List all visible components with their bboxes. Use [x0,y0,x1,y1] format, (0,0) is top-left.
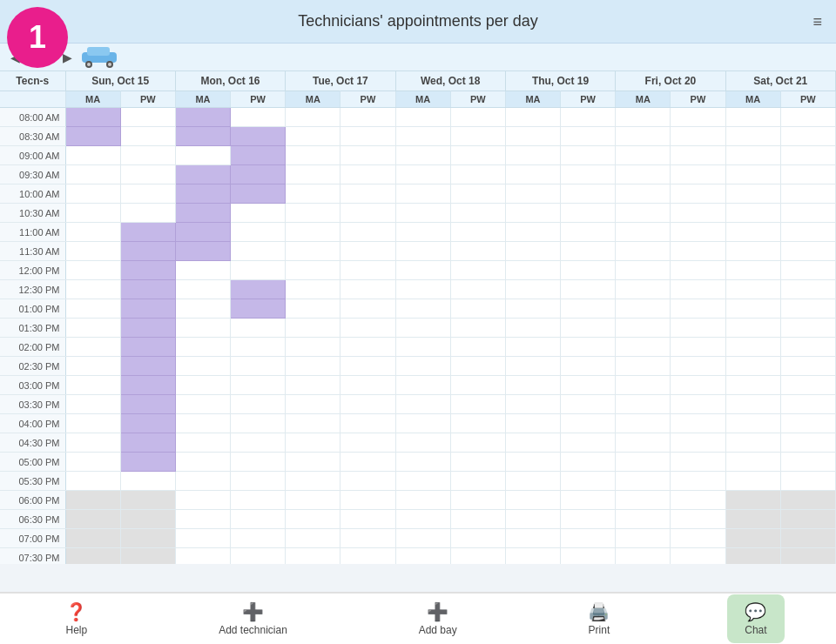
calendar-cell[interactable] [395,529,450,548]
calendar-cell[interactable] [780,146,835,165]
calendar-cell[interactable] [725,376,780,395]
calendar-cell[interactable] [120,319,175,338]
calendar-cell[interactable] [395,319,450,338]
calendar-cell[interactable] [505,108,560,127]
calendar-cell[interactable] [231,280,286,299]
calendar-cell[interactable] [725,319,780,338]
calendar-cell[interactable] [395,299,450,319]
calendar-cell[interactable] [340,127,395,146]
calendar-cell[interactable] [671,376,725,395]
calendar-cell[interactable] [286,184,340,204]
calendar-cell[interactable] [395,204,450,223]
calendar-cell[interactable] [340,395,395,414]
calendar-cell[interactable] [671,204,725,223]
calendar-cell[interactable] [561,357,616,376]
calendar-cell[interactable] [175,146,230,165]
calendar-cell[interactable] [671,357,725,376]
calendar-cell[interactable] [175,491,230,510]
calendar-cell[interactable] [561,223,616,242]
calendar-cell[interactable] [561,280,616,299]
calendar-cell[interactable] [175,395,230,414]
calendar-cell[interactable] [286,299,340,319]
calendar-cell[interactable] [395,472,450,491]
calendar-cell[interactable] [616,261,671,280]
calendar-cell[interactable] [340,299,395,319]
calendar-cell[interactable] [120,184,175,204]
calendar-cell[interactable] [505,376,560,395]
calendar-cell[interactable] [120,491,175,510]
calendar-cell[interactable] [561,184,616,204]
calendar-cell[interactable] [65,357,120,376]
calendar-cell[interactable] [561,204,616,223]
calendar-cell[interactable] [120,242,175,261]
calendar-cell[interactable] [175,453,230,472]
calendar-cell[interactable] [450,261,505,280]
calendar-cell[interactable] [175,472,230,491]
menu-icon[interactable]: ≡ [812,12,822,30]
calendar-cell[interactable] [671,529,725,548]
calendar-cell[interactable] [340,204,395,223]
calendar-cell[interactable] [175,357,230,376]
calendar-cell[interactable] [120,108,175,127]
calendar-cell[interactable] [671,433,725,453]
calendar-cell[interactable] [505,319,560,338]
calendar-cell[interactable] [561,242,616,261]
calendar-cell[interactable] [286,223,340,242]
calendar-cell[interactable] [286,146,340,165]
calendar-cell[interactable] [505,529,560,548]
calendar-cell[interactable] [120,510,175,529]
calendar-cell[interactable] [65,414,120,433]
calendar-cell[interactable] [725,529,780,548]
calendar-cell[interactable] [780,299,835,319]
calendar-cell[interactable] [175,184,230,204]
calendar-cell[interactable] [671,299,725,319]
calendar-cell[interactable] [671,491,725,510]
calendar-cell[interactable] [286,338,340,357]
calendar-cell[interactable] [175,261,230,280]
calendar-cell[interactable] [340,357,395,376]
calendar-cell[interactable] [231,548,286,565]
calendar-cell[interactable] [505,491,560,510]
calendar-cell[interactable] [671,319,725,338]
calendar-cell[interactable] [231,204,286,223]
calendar-cell[interactable] [616,472,671,491]
calendar-cell[interactable] [120,472,175,491]
calendar-cell[interactable] [725,433,780,453]
calendar-cell[interactable] [340,472,395,491]
calendar-cell[interactable] [395,395,450,414]
calendar-cell[interactable] [120,280,175,299]
calendar-cell[interactable] [395,108,450,127]
calendar-cell[interactable] [561,472,616,491]
calendar-cell[interactable] [175,165,230,184]
calendar-cell[interactable] [671,127,725,146]
calendar-cell[interactable] [450,299,505,319]
add-technician-button[interactable]: ➕ Add technician [205,596,301,641]
calendar-cell[interactable] [450,491,505,510]
calendar-cell[interactable] [616,146,671,165]
calendar-cell[interactable] [231,395,286,414]
calendar-cell[interactable] [231,242,286,261]
calendar-cell[interactable] [561,529,616,548]
calendar-cell[interactable] [65,395,120,414]
calendar-cell[interactable] [671,472,725,491]
calendar-cell[interactable] [286,491,340,510]
calendar-cell[interactable] [505,146,560,165]
calendar-cell[interactable] [505,433,560,453]
calendar-cell[interactable] [561,414,616,433]
calendar-cell[interactable] [505,548,560,565]
calendar-cell[interactable] [780,184,835,204]
calendar-cell[interactable] [671,280,725,299]
calendar-cell[interactable] [671,338,725,357]
calendar-cell[interactable] [65,299,120,319]
calendar-cell[interactable] [725,548,780,565]
calendar-cell[interactable] [231,261,286,280]
calendar-cell[interactable] [616,127,671,146]
calendar-cell[interactable] [780,108,835,127]
calendar-cell[interactable] [561,453,616,472]
calendar-cell[interactable] [65,453,120,472]
calendar-cell[interactable] [450,395,505,414]
calendar-cell[interactable] [450,108,505,127]
calendar-cell[interactable] [671,395,725,414]
calendar-cell[interactable] [616,510,671,529]
calendar-cell[interactable] [286,510,340,529]
